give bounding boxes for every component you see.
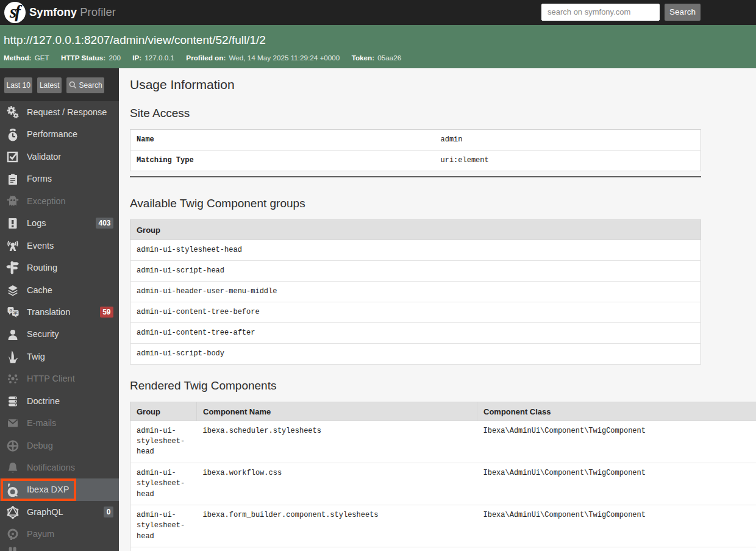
svg-text:字: 字 <box>13 310 18 316</box>
